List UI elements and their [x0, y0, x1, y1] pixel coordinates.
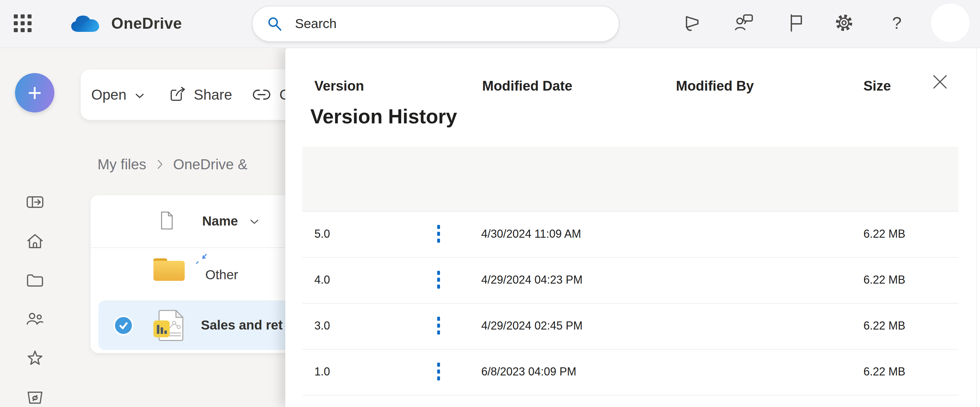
open-label: Open: [91, 86, 127, 103]
plus-glyph: +: [27, 81, 42, 105]
search-box: [252, 6, 619, 42]
name-header-label: Name: [202, 214, 238, 229]
version-more-options-ellipsis-icon[interactable]: [430, 211, 447, 256]
modified-date-value: 4/30/2024 11:09 AM: [481, 211, 581, 256]
add-new-button[interactable]: +: [15, 73, 54, 113]
link-icon: [252, 89, 271, 100]
sidebar-item-my-files-folder-icon[interactable]: [25, 270, 45, 289]
version-table-header: [302, 147, 958, 212]
feedback-person-chat-icon[interactable]: [732, 11, 756, 34]
sidebar-item-favorites-star-icon[interactable]: [25, 348, 45, 367]
version-row: 3.0 4/29/2024 02:45 PM 6.22 MB: [302, 303, 958, 350]
chart-file-icon: [153, 309, 185, 342]
modified-date-value: 4/29/2024 04:23 PM: [481, 257, 582, 302]
breadcrumb-current-folder[interactable]: OneDrive &: [173, 156, 248, 173]
share-label: Share: [194, 86, 232, 103]
version-value: 5.0: [314, 211, 330, 256]
size-value: 6.22 MB: [864, 349, 905, 394]
version-value: 4.0: [314, 257, 330, 302]
app-title: OneDrive: [111, 0, 182, 47]
chevron-down-icon: [135, 92, 145, 99]
share-icon: [169, 86, 187, 104]
version-more-options-ellipsis-icon[interactable]: [430, 349, 447, 394]
version-history-panel: Version History Version Modified Date Mo…: [285, 48, 980, 407]
panel-scroll-gutter-divider: [976, 48, 977, 407]
document-type-icon: [160, 211, 174, 230]
announcements-megaphone-icon[interactable]: [681, 11, 704, 34]
modified-date-value: 4/29/2024 02:45 PM: [481, 303, 582, 348]
breadcrumb-chevron-icon: [157, 159, 164, 170]
selected-check-icon: [113, 315, 134, 335]
help-glyph: ?: [892, 13, 902, 32]
close-icon[interactable]: [930, 72, 950, 92]
version-value: 3.0: [314, 303, 330, 348]
column-header-modified-by: Modified By: [676, 48, 754, 112]
size-value: 6.22 MB: [864, 257, 905, 302]
breadcrumb: My files OneDrive &: [97, 154, 248, 175]
column-header-size: Size: [864, 48, 891, 112]
column-header-version: Version: [314, 48, 364, 112]
search-input[interactable]: [294, 16, 577, 32]
sidebar-item-recycle-bin-icon[interactable]: [25, 387, 45, 406]
size-value: 6.22 MB: [864, 211, 905, 256]
account-avatar[interactable]: [931, 3, 970, 42]
name-column-header[interactable]: Name: [202, 195, 259, 247]
share-button[interactable]: Share: [169, 69, 232, 120]
version-row: 5.0 4/30/2024 11:09 AM 6.22 MB: [302, 211, 958, 258]
sort-chevron-down-icon: [250, 219, 259, 225]
modified-date-value: 6/8/2023 04:09 PM: [481, 349, 576, 394]
app-launcher-waffle-icon[interactable]: [14, 14, 32, 33]
file-action-toolbar: Open Share C: [81, 69, 299, 120]
onedrive-cloud-logo-icon: [69, 13, 101, 34]
version-value: 1.0: [314, 349, 330, 394]
version-more-options-ellipsis-icon[interactable]: [430, 303, 447, 348]
breadcrumb-my-files[interactable]: My files: [97, 156, 146, 173]
copy-link-button[interactable]: C: [252, 69, 290, 120]
version-row: 1.0 6/8/2023 04:09 PM 6.22 MB: [302, 349, 958, 396]
onedrive-app: OneDrive: [0, 0, 980, 407]
settings-gear-icon[interactable]: [832, 11, 856, 34]
sidebar-item-home-icon[interactable]: [25, 232, 45, 251]
left-sidebar: +: [0, 48, 69, 407]
whats-new-flag-icon[interactable]: [784, 11, 807, 34]
top-bar: OneDrive: [0, 0, 980, 48]
version-row: 4.0 4/29/2024 04:23 PM 6.22 MB: [302, 257, 958, 304]
file-name: Sales and ret: [201, 300, 283, 350]
folder-icon: [153, 258, 185, 283]
size-value: 6.22 MB: [864, 303, 905, 348]
sidebar-item-expand-panel-icon[interactable]: [25, 193, 45, 211]
folder-name: Other: [205, 251, 238, 298]
open-button[interactable]: Open: [91, 69, 145, 120]
column-header-modified-date: Modified Date: [482, 48, 572, 112]
search-icon: [266, 15, 283, 32]
sidebar-item-shared-people-icon[interactable]: [25, 309, 45, 328]
help-question-icon[interactable]: ?: [885, 11, 908, 34]
version-more-options-ellipsis-icon[interactable]: [430, 257, 447, 302]
